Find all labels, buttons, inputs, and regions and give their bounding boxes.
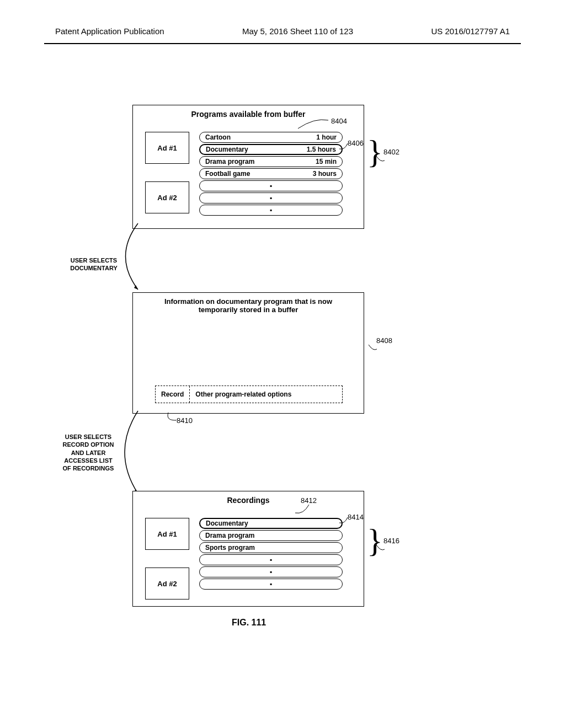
dot-icon: ▪ bbox=[270, 182, 272, 190]
dot-icon: ▪ bbox=[270, 206, 272, 214]
ref-8404: 8404 bbox=[331, 117, 347, 125]
ad-box-1: Ad #1 bbox=[145, 132, 189, 164]
ad-box-1: Ad #1 bbox=[145, 518, 189, 550]
leader-line-8402 bbox=[376, 156, 387, 167]
item-name: Football game bbox=[205, 170, 250, 178]
recordings-title: Recordings bbox=[133, 491, 364, 507]
ref-8402: 8402 bbox=[383, 148, 399, 156]
caption-text: USER SELECTS RECORD OPTION AND LATER ACC… bbox=[63, 433, 114, 472]
arrow1-caption: USER SELECTS DOCUMENTARY bbox=[55, 256, 132, 272]
list-item-documentary[interactable]: Documentary 1.5 hours bbox=[199, 144, 343, 155]
rec-item-documentary[interactable]: Documentary bbox=[199, 518, 343, 529]
arrow2-caption: USER SELECTS RECORD OPTION AND LATER ACC… bbox=[50, 433, 127, 472]
leader-line-8404 bbox=[298, 120, 331, 133]
item-name: Documentary bbox=[206, 520, 248, 527]
rec-item-sports[interactable]: Sports program bbox=[199, 542, 343, 553]
dot-icon: ▪ bbox=[270, 194, 272, 202]
item-name: Drama program bbox=[205, 158, 254, 165]
recordings-panel: Recordings Ad #1 Ad #2 Documentary Drama… bbox=[132, 491, 364, 607]
item-duration: 1.5 hours bbox=[307, 146, 336, 153]
list-item-empty: ▪ bbox=[199, 205, 343, 216]
list-item-empty: ▪ bbox=[199, 566, 343, 577]
leader-line-8410 bbox=[166, 413, 179, 425]
item-duration: 3 hours bbox=[313, 170, 337, 178]
leader-line-8408 bbox=[369, 345, 380, 355]
leader-line-8416 bbox=[376, 545, 387, 555]
item-name: Sports program bbox=[205, 544, 255, 552]
ad-box-2: Ad #2 bbox=[145, 568, 189, 599]
header-rule bbox=[44, 43, 521, 44]
list-item-empty: ▪ bbox=[199, 554, 343, 565]
ads-column: Ad #1 Ad #2 bbox=[145, 132, 189, 231]
item-name: Drama program bbox=[205, 532, 254, 539]
leader-line-8414 bbox=[339, 517, 350, 528]
ref-8412: 8412 bbox=[301, 496, 317, 505]
program-list: Cartoon 1 hour Documentary 1.5 hours Dra… bbox=[199, 132, 343, 217]
dot-icon: ▪ bbox=[270, 556, 272, 564]
list-item-empty: ▪ bbox=[199, 579, 343, 590]
page: Patent Application Publication May 5, 20… bbox=[0, 0, 565, 728]
ref-8416: 8416 bbox=[383, 537, 399, 545]
leader-line-8412 bbox=[295, 505, 312, 518]
dot-icon: ▪ bbox=[270, 580, 272, 588]
leader-line-8406 bbox=[339, 143, 350, 154]
info-panel: Information on documentary program that … bbox=[132, 292, 364, 414]
ad-box-2: Ad #2 bbox=[145, 181, 189, 213]
options-row: Record Other program-related options bbox=[155, 386, 343, 403]
caption-text: USER SELECTS DOCUMENTARY bbox=[70, 257, 118, 271]
item-duration: 1 hour bbox=[316, 133, 337, 141]
figure-caption: FIG. 111 bbox=[232, 618, 266, 628]
recordings-list: Documentary Drama program Sports program… bbox=[199, 518, 343, 591]
ads-column-3: Ad #1 Ad #2 bbox=[145, 518, 189, 617]
header-right: US 2016/0127797 A1 bbox=[431, 26, 510, 36]
list-item-cartoon[interactable]: Cartoon 1 hour bbox=[199, 132, 343, 143]
list-item-empty: ▪ bbox=[199, 192, 343, 204]
record-option[interactable]: Record bbox=[156, 386, 190, 403]
rec-item-drama[interactable]: Drama program bbox=[199, 530, 343, 541]
header-left: Patent Application Publication bbox=[55, 26, 164, 36]
buffer-panel-title: Programs available from buffer bbox=[133, 105, 364, 121]
list-item-drama[interactable]: Drama program 15 min bbox=[199, 156, 343, 167]
list-item-empty: ▪ bbox=[199, 180, 343, 191]
header-center: May 5, 2016 Sheet 110 of 123 bbox=[242, 26, 353, 36]
item-name: Cartoon bbox=[205, 133, 231, 141]
page-header: Patent Application Publication May 5, 20… bbox=[0, 26, 565, 36]
info-panel-title: Information on documentary program that … bbox=[133, 293, 364, 316]
list-item-football[interactable]: Football game 3 hours bbox=[199, 168, 343, 179]
item-duration: 15 min bbox=[316, 158, 337, 165]
dot-icon: ▪ bbox=[270, 568, 272, 576]
item-name: Documentary bbox=[206, 146, 248, 153]
ref-8408: 8408 bbox=[376, 336, 392, 345]
other-options[interactable]: Other program-related options bbox=[190, 386, 297, 403]
